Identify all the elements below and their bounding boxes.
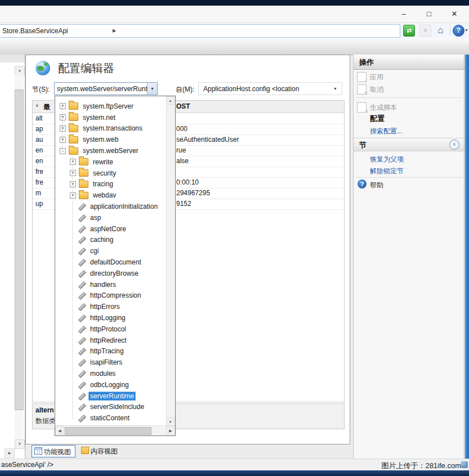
scrollbar-thumb[interactable]: [15, 89, 24, 410]
folder-icon: [69, 147, 78, 155]
tree-item[interactable]: + system.ftpServer: [55, 101, 167, 112]
expand-icon[interactable]: +: [70, 170, 76, 176]
folder-icon: [69, 102, 78, 110]
dropdown-horizontal-scrollbar[interactable]: ◀ ▶: [55, 425, 175, 435]
expand-icon[interactable]: +: [70, 159, 76, 165]
section-combobox-value[interactable]: system.webServer/serverRuntime: [57, 85, 147, 93]
from-combobox-arrow-icon[interactable]: ▼: [333, 87, 337, 91]
tab-features-label: 功能视图: [44, 447, 71, 457]
actions-panel: 操作 ✓ 应用 ✕ 取消 ≡ 生成脚本 配置 搜索配置... 节 ∧ 恢复为父项: [353, 55, 465, 459]
actions-separator: [356, 177, 463, 178]
help-icon[interactable]: ?: [453, 25, 464, 37]
connections-panel-header: [0, 55, 25, 62]
tree-item[interactable]: + system.web: [55, 134, 167, 145]
property-name: fre: [35, 168, 56, 176]
config-group-header: 配置: [370, 114, 385, 124]
connections-panel: ▲ ▼ ▶: [0, 55, 25, 459]
iis-manager-window: – □ ✕ Store.BaseServiceApi ▶ ⇄ ✕ ⌂ ? ▼ ▲…: [0, 0, 469, 476]
content-view-icon: [81, 447, 89, 454]
tree-item-label: webdav: [91, 191, 118, 200]
section-combobox[interactable]: system.webServer/serverRuntime ▼: [54, 82, 158, 95]
expand-icon[interactable]: +: [60, 114, 66, 120]
property-name: au: [35, 136, 56, 143]
tree-item-label: tracing: [91, 179, 115, 188]
grid-header-right-fragment: OST: [176, 102, 190, 110]
scroll-left-button[interactable]: ◀: [55, 426, 64, 435]
dropdown-vertical-scrollbar[interactable]: ▲ ▼: [166, 96, 175, 426]
pencil-icon: [78, 325, 86, 333]
revert-to-parent-link[interactable]: 恢复为父项: [354, 154, 465, 165]
section-tree: + system.ftpServer + system.net + system…: [55, 96, 167, 426]
unlock-section-link[interactable]: 解除锁定节: [354, 165, 465, 177]
tree-item-label: httpLogging: [88, 313, 127, 322]
window-titlebar: – □ ✕: [0, 6, 469, 23]
from-combobox-value[interactable]: ApplicationHost.config <location: [203, 85, 299, 93]
help-link[interactable]: 帮助: [354, 179, 465, 191]
help-label[interactable]: 帮助: [370, 181, 383, 190]
revert-to-parent-label[interactable]: 恢复为父项: [370, 155, 404, 164]
generate-script-label: 生成脚本: [370, 103, 397, 113]
scroll-up-button[interactable]: ▲: [15, 66, 25, 75]
help-caret-icon[interactable]: ▼: [464, 28, 468, 32]
tree-item[interactable]: + system.net: [55, 112, 167, 123]
breadcrumb-bar[interactable]: Store.BaseServiceApi ▶: [0, 24, 400, 38]
expand-icon[interactable]: +: [70, 181, 76, 187]
scrollbar-thumb[interactable]: [65, 427, 151, 435]
tree-item-label: httpRedirect: [88, 336, 128, 345]
tab-content-view[interactable]: 内容视图: [79, 445, 120, 457]
from-combobox[interactable]: ApplicationHost.config <location ▼: [198, 82, 342, 95]
watermark-text: 图片上传于：281ife.com: [381, 461, 461, 471]
section-combobox-dropdown-button[interactable]: ▼: [147, 83, 157, 95]
actions-separator: [356, 97, 463, 98]
scroll-down-button[interactable]: ▼: [166, 417, 175, 426]
tree-guide-line: [62, 106, 62, 151]
pencil-icon: [78, 370, 86, 378]
property-description-type: 数据类: [35, 416, 56, 426]
scroll-right-button[interactable]: ▶: [166, 426, 175, 435]
window-border-blue: [465, 55, 469, 459]
grid-collapse-icon[interactable]: ∨: [35, 103, 39, 108]
unlock-section-label[interactable]: 解除锁定节: [370, 167, 404, 176]
maximize-button[interactable]: □: [419, 8, 439, 20]
close-button[interactable]: ✕: [445, 8, 464, 20]
expand-icon[interactable]: +: [60, 137, 66, 143]
tree-item-label: handlers: [88, 280, 118, 289]
tree-item[interactable]: - system.webServer: [55, 145, 167, 156]
pencil-icon: [78, 247, 86, 255]
expand-icon[interactable]: +: [60, 103, 66, 109]
cancel-label: 取消: [370, 85, 383, 95]
expand-icon[interactable]: -: [60, 148, 66, 154]
expand-icon[interactable]: +: [70, 192, 76, 199]
apply-icon: ✓: [357, 72, 367, 82]
home-icon[interactable]: ⌂: [435, 25, 446, 35]
pencil-icon: [78, 214, 86, 222]
stop-icon: ✕: [419, 25, 431, 37]
generate-script-button: ≡ 生成脚本: [354, 102, 465, 113]
scroll-down-button[interactable]: ▼: [15, 439, 25, 449]
scroll-up-button[interactable]: ▲: [166, 96, 175, 105]
tree-item-label: staticContent: [88, 414, 131, 423]
tree-item-label: isapiFilters: [88, 358, 124, 367]
address-row: Store.BaseServiceApi ▶ ⇄ ✕ ⌂ ? ▼: [0, 23, 469, 38]
search-config-link[interactable]: 搜索配置...: [354, 125, 465, 137]
scroll-right-button[interactable]: ▶: [5, 448, 15, 458]
actions-header-label: 操作: [359, 57, 374, 68]
refresh-icon[interactable]: ⇄: [403, 25, 415, 37]
tree-item[interactable]: + system.transactions: [55, 123, 167, 134]
breadcrumb-arrow-icon[interactable]: ▶: [113, 28, 116, 33]
property-value: 9152: [176, 200, 191, 208]
tree-item-label: cgi: [88, 246, 100, 255]
property-value: rue: [176, 146, 186, 154]
search-config-label[interactable]: 搜索配置...: [370, 127, 403, 136]
breadcrumb[interactable]: Store.BaseServiceApi: [2, 27, 68, 35]
collapse-chevron-icon[interactable]: ∧: [449, 140, 459, 150]
minimize-button[interactable]: –: [394, 8, 413, 20]
section-label: 节(S):: [32, 85, 50, 95]
tab-features-view[interactable]: 功能视图: [32, 445, 75, 457]
pencil-icon: [78, 403, 86, 411]
pencil-icon: [78, 225, 86, 233]
tree-item-label: odbcLogging: [88, 380, 131, 389]
from-label: 自(M):: [176, 85, 194, 95]
property-value: 0:00:10: [176, 178, 199, 186]
expand-icon[interactable]: +: [60, 125, 66, 132]
